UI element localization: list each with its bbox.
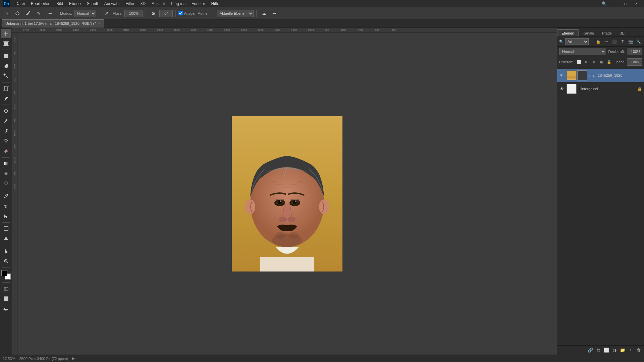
filter-lock-btn[interactable]: 🔒 [595, 38, 602, 45]
pen-tool-btn[interactable]: ✒ [270, 9, 279, 18]
move-tool[interactable] [1, 29, 11, 38]
home-button[interactable]: ⌂ [2, 9, 11, 18]
layer-item-bg[interactable]: 👁 Hintergrund 🔒 [557, 82, 644, 96]
eyedropper-tool[interactable] [1, 94, 11, 103]
layer-name-man: man-1845259_1920 [589, 73, 642, 77]
lock-position-btn[interactable]: ✥ [591, 59, 597, 65]
artboard-tool[interactable] [1, 39, 11, 48]
minimize-button[interactable]: — [610, 0, 620, 7]
lock-transparent-btn[interactable]: ⬜ [576, 59, 582, 65]
adjustment-layer-btn[interactable]: ◑ [611, 347, 618, 354]
shape-tool[interactable] [1, 224, 11, 233]
menu-plugins[interactable]: Plug-ins [168, 1, 188, 7]
lock-all-btn[interactable]: 🔒 [606, 59, 612, 65]
3d-material-tool[interactable] [1, 234, 11, 243]
rotate-canvas-btn[interactable] [1, 304, 11, 313]
brush-alt-button[interactable]: ✎ [34, 9, 44, 18]
sample-group: Ausger. [178, 11, 196, 15]
tab-pfade[interactable]: Pfade [598, 30, 616, 37]
tab-3d[interactable]: 3D [616, 30, 629, 37]
clone-stamp-tool[interactable] [1, 126, 11, 136]
canvas-container[interactable] [17, 33, 557, 355]
lock-artboard-btn[interactable]: ⊞ [598, 59, 604, 65]
layer-visibility-bg[interactable]: 👁 [559, 86, 565, 92]
menu-auswahl[interactable]: Auswahl [102, 1, 122, 7]
zoom-tool[interactable] [1, 256, 11, 266]
menu-bild[interactable]: Bild [54, 1, 66, 7]
layer-style-btn[interactable]: fx [595, 347, 602, 354]
tab-close-btn[interactable]: × [98, 22, 100, 25]
layer-item-man[interactable]: 👁 man-1845259_1920 [557, 69, 644, 82]
airbrush-button[interactable] [45, 9, 54, 18]
tab-kanaele[interactable]: Kanäle [579, 30, 598, 37]
menu-schrift[interactable]: Schrift [84, 1, 101, 7]
filter-edit-btn[interactable]: ✏ [603, 38, 610, 45]
angle-btn[interactable]: ↗ [102, 9, 111, 18]
menu-fenster[interactable]: Fenster [189, 1, 208, 7]
flow-input[interactable] [124, 10, 143, 17]
ruler-tick: 1000 [308, 28, 325, 32]
quick-mask-btn[interactable] [1, 284, 11, 293]
color-swatches[interactable] [1, 270, 11, 280]
filter-camera-btn[interactable]: 📷 [627, 38, 634, 45]
layer-thumb-bg-img [567, 84, 577, 94]
marquee-tool[interactable] [1, 51, 11, 61]
search-button[interactable]: 🔍 [599, 0, 609, 7]
brush-tool[interactable] [1, 116, 11, 126]
blur-tool[interactable] [1, 169, 11, 178]
crop-tool[interactable] [1, 84, 11, 93]
filter-adjust-btn[interactable]: 🔧 [635, 38, 642, 45]
history-brush-tool[interactable] [1, 136, 11, 146]
ruler-tick: 1200 [274, 28, 291, 32]
layers-bottom: 🔗 fx ⬜ ◑ 📁 + 🗑 [557, 345, 644, 355]
new-layer-btn[interactable]: + [627, 347, 634, 354]
document-tab[interactable]: Unbenannt-1 bei 17,5% (man-1845259_1920,… [2, 19, 104, 27]
mode-select[interactable]: Normal [74, 10, 96, 17]
layer-visibility-man[interactable]: 👁 [559, 73, 565, 78]
sample-checkbox[interactable] [178, 11, 183, 15]
ruler-tick: 2500 [56, 28, 73, 32]
maximize-button[interactable]: □ [621, 0, 631, 7]
text-tool[interactable]: T [1, 201, 11, 211]
layers-toolbar: 🔍 Art 🔒 ✏ ⬛ T 📷 🔧 [557, 37, 644, 47]
path-selection-tool[interactable] [1, 212, 11, 221]
brush-tool-button[interactable] [13, 9, 22, 18]
menu-bearbeiten[interactable]: Bearbeiten [28, 1, 53, 7]
fill-input[interactable] [627, 58, 642, 66]
menu-datei[interactable]: Datei [13, 1, 28, 7]
angle-input[interactable] [159, 10, 173, 17]
cloud-sync-btn[interactable]: ☁ [259, 9, 269, 18]
filter-type-select[interactable]: Art [565, 38, 589, 45]
v-ruler-tick: 300 [12, 33, 17, 46]
close-button[interactable]: × [631, 0, 641, 7]
lock-pixels-btn[interactable]: ✏ [584, 59, 590, 65]
link-layers-btn[interactable]: 🔗 [587, 347, 594, 354]
symmetry-btn[interactable]: ⚙ [149, 9, 158, 18]
eraser-tool[interactable] [1, 146, 11, 156]
menu-ansicht[interactable]: Ansicht [149, 1, 167, 7]
group-layers-btn[interactable]: 📁 [619, 347, 626, 354]
gradient-tool[interactable] [1, 159, 11, 168]
spot-heal-tool[interactable] [1, 106, 11, 116]
dodge-tool[interactable] [1, 179, 11, 188]
filter-fill-btn[interactable]: ⬛ [611, 38, 618, 45]
menu-ebene[interactable]: Ebene [66, 1, 84, 7]
layer-select[interactable]: Aktuelle Ebene [217, 10, 254, 17]
delete-layer-btn[interactable]: 🗑 [635, 347, 642, 354]
blend-mode-select[interactable]: Normal [559, 48, 606, 55]
layer-mask-btn[interactable]: ⬜ [603, 347, 610, 354]
tab-ebenen[interactable]: Ebenen [557, 29, 579, 37]
menu-3d[interactable]: 3D [138, 1, 148, 7]
menu-filter[interactable]: Filter [123, 1, 137, 7]
brush-settings-button[interactable] [23, 9, 33, 18]
hand-tool[interactable] [1, 246, 11, 256]
screen-mode-btn[interactable] [1, 294, 11, 303]
menu-hilfe[interactable]: Hilfe [209, 1, 222, 7]
ruler-tick: 1700 [191, 28, 207, 32]
magic-wand-tool[interactable] [1, 71, 11, 81]
filter-text-btn[interactable]: T [619, 38, 626, 45]
lasso-tool[interactable] [1, 61, 11, 71]
pen-tool[interactable] [1, 191, 11, 201]
opacity-input[interactable] [627, 48, 642, 55]
foreground-color[interactable] [1, 270, 7, 276]
